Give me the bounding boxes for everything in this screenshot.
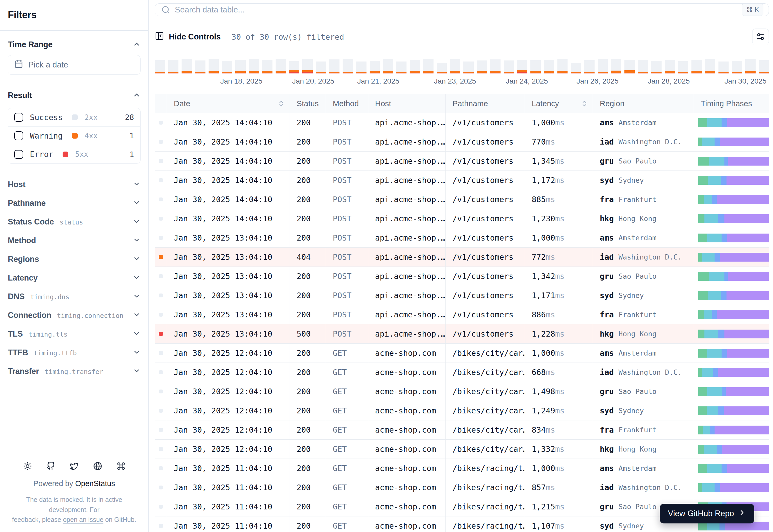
github-icon-button[interactable] — [46, 462, 55, 470]
histogram-bar[interactable] — [504, 59, 514, 73]
command-icon-button[interactable] — [117, 462, 125, 470]
sort-icon[interactable] — [278, 100, 285, 107]
histogram-bar[interactable] — [530, 59, 541, 73]
section-time-range[interactable]: Time Range — [8, 40, 140, 49]
histogram-bar[interactable] — [732, 59, 742, 73]
table-row[interactable]: Jan 30, 2025 14:04:10200POSTapi.acme-sho… — [155, 113, 769, 132]
histogram-bar[interactable] — [396, 59, 407, 73]
histogram-bar[interactable] — [557, 59, 568, 73]
table-row[interactable]: Jan 30, 2025 12:04:10200GETacme-shop.com… — [155, 440, 769, 459]
histogram-bar[interactable] — [168, 59, 179, 73]
histogram-bar[interactable] — [665, 59, 675, 73]
histogram-bar[interactable] — [316, 59, 326, 73]
result-option-warning[interactable]: Warning4xx1 — [8, 127, 140, 145]
globe-icon-button[interactable] — [93, 462, 102, 470]
table-row[interactable]: Jan 30, 2025 14:04:10200POSTapi.acme-sho… — [155, 209, 769, 228]
sidebar-section-tls[interactable]: TLStiming.tls — [8, 325, 140, 343]
search-input[interactable] — [175, 5, 737, 15]
histogram-bar[interactable] — [705, 59, 715, 73]
result-option-success[interactable]: Success2xx28 — [8, 108, 140, 127]
histogram-bar[interactable] — [155, 59, 165, 73]
histogram-bar[interactable] — [719, 59, 729, 73]
openstatus-link[interactable]: OpenStatus — [75, 479, 115, 488]
histogram-bar[interactable] — [450, 59, 460, 73]
histogram-bar[interactable] — [343, 59, 353, 73]
open-issue-link[interactable]: open an issue — [63, 516, 103, 523]
table-row[interactable]: Jan 30, 2025 12:04:10200GETacme-shop.com… — [155, 344, 769, 363]
table-row[interactable]: Jan 30, 2025 13:04:10200POSTapi.acme-sho… — [155, 286, 769, 305]
table-row[interactable]: Jan 30, 2025 14:04:10200POSTapi.acme-sho… — [155, 190, 769, 209]
table-row[interactable]: Jan 30, 2025 11:04:10200GETacme-shop.com… — [155, 478, 769, 497]
sidebar-section-host[interactable]: Host — [8, 175, 140, 194]
histogram-bar[interactable] — [209, 59, 219, 73]
histogram-bar[interactable] — [745, 59, 756, 73]
histogram-bar[interactable] — [235, 59, 246, 73]
sidebar-section-latency[interactable]: Latency — [8, 269, 140, 287]
sidebar-section-method[interactable]: Method — [8, 231, 140, 250]
histogram-bar[interactable] — [302, 59, 313, 73]
table-row[interactable]: Jan 30, 2025 14:04:10200POSTapi.acme-sho… — [155, 171, 769, 190]
histogram-bar[interactable] — [423, 59, 433, 73]
sidebar-section-regions[interactable]: Regions — [8, 250, 140, 269]
table-row[interactable]: Jan 30, 2025 14:04:10200POSTapi.acme-sho… — [155, 132, 769, 152]
histogram-bar[interactable] — [181, 59, 192, 73]
hide-controls-button[interactable]: Hide Controls — [155, 31, 221, 43]
histogram-bar[interactable] — [370, 59, 380, 73]
table-row[interactable]: Jan 30, 2025 12:04:10200GETacme-shop.com… — [155, 382, 769, 401]
histogram-bar[interactable] — [383, 59, 393, 73]
histogram-bar[interactable] — [262, 59, 273, 73]
table-row[interactable]: Jan 30, 2025 11:04:10200GETacme-shop.com… — [155, 459, 769, 478]
histogram-bar[interactable] — [517, 59, 527, 73]
histogram-bar[interactable] — [276, 59, 286, 73]
histogram-bar[interactable] — [692, 59, 702, 73]
histogram-bar[interactable] — [289, 59, 300, 73]
histogram-bar[interactable] — [437, 59, 447, 73]
histogram-bar[interactable] — [544, 59, 554, 73]
table-row[interactable]: Jan 30, 2025 12:04:10200GETacme-shop.com… — [155, 401, 769, 420]
sort-icon[interactable] — [581, 100, 588, 107]
histogram-bar[interactable] — [638, 59, 648, 73]
warning-checkbox[interactable] — [14, 131, 23, 140]
histogram-bar[interactable] — [651, 59, 662, 73]
histogram-bar[interactable] — [222, 59, 232, 73]
histogram-bar[interactable] — [249, 59, 259, 73]
histogram-bar[interactable] — [678, 59, 689, 73]
sidebar-section-transfer[interactable]: Transfertiming.transfer — [8, 362, 140, 381]
histogram-bar[interactable] — [356, 59, 367, 73]
success-checkbox[interactable] — [14, 113, 23, 122]
view-settings-button[interactable] — [752, 29, 769, 45]
section-result[interactable]: Result — [8, 91, 140, 100]
sidebar-section-pathname[interactable]: Pathname — [8, 194, 140, 213]
error-checkbox[interactable] — [14, 150, 23, 159]
sun-icon-button[interactable] — [23, 462, 32, 470]
histogram-bar[interactable] — [625, 59, 635, 73]
table-row[interactable]: Jan 30, 2025 13:04:10200POSTapi.acme-sho… — [155, 228, 769, 248]
result-option-error[interactable]: Error5xx1 — [8, 145, 140, 163]
column-header-date[interactable]: Date — [167, 94, 290, 113]
column-header-latency[interactable]: Latency — [525, 94, 593, 113]
table-row[interactable]: Jan 30, 2025 13:04:10200POSTapi.acme-sho… — [155, 305, 769, 324]
histogram-bar[interactable] — [410, 59, 420, 73]
table-row[interactable]: Jan 30, 2025 13:04:10404POSTapi.acme-sho… — [155, 248, 769, 267]
sidebar-section-status-code[interactable]: Status Codestatus — [8, 213, 140, 231]
table-row[interactable]: Jan 30, 2025 13:04:10200POSTapi.acme-sho… — [155, 267, 769, 286]
table-row[interactable]: Jan 30, 2025 12:04:10200GETacme-shop.com… — [155, 420, 769, 440]
twitter-icon-button[interactable] — [70, 462, 79, 470]
histogram-bar[interactable] — [195, 59, 206, 73]
date-picker-input[interactable]: Pick a date — [8, 55, 140, 75]
sidebar-section-ttfb[interactable]: TTFBtiming.ttfb — [8, 343, 140, 362]
histogram-bar[interactable] — [598, 59, 608, 73]
table-row[interactable]: Jan 30, 2025 13:04:10500POSTapi.acme-sho… — [155, 324, 769, 344]
histogram-bar[interactable] — [463, 59, 474, 73]
table-row[interactable]: Jan 30, 2025 14:04:10200POSTapi.acme-sho… — [155, 152, 769, 171]
histogram-bar[interactable] — [329, 59, 340, 73]
sidebar-section-dns[interactable]: DNStiming.dns — [8, 287, 140, 306]
sidebar-section-connection[interactable]: Connectiontiming.connection — [8, 306, 140, 325]
table-row[interactable]: Jan 30, 2025 12:04:10200GETacme-shop.com… — [155, 363, 769, 382]
histogram-bar[interactable] — [490, 59, 500, 73]
histogram-bar[interactable] — [584, 59, 595, 73]
histogram-bar[interactable] — [571, 59, 581, 73]
view-github-repo-button[interactable]: View GitHub Repo — [660, 504, 754, 523]
histogram-bar[interactable] — [477, 59, 487, 73]
histogram-bar[interactable] — [611, 59, 621, 73]
